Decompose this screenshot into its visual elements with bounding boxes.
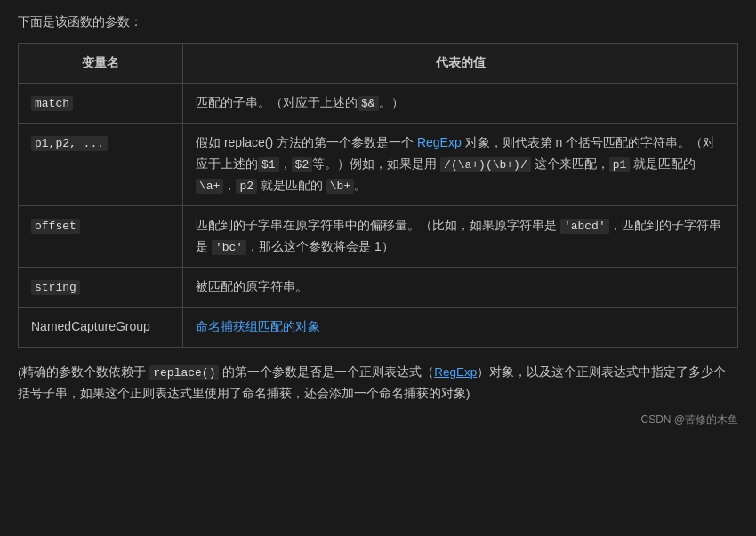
regex-example-code: /(\a+)(\b+)/ [440, 157, 531, 172]
table-row: match 匹配的子串。（对应于上述的$&。） [19, 83, 738, 123]
row-name-p1p2: p1,p2, ... [19, 123, 183, 205]
aplus-code: \a+ [196, 179, 223, 194]
match-code: match [31, 96, 73, 111]
dollar1-code: $1 [258, 157, 279, 172]
regexp-link-footer[interactable]: RegExp [434, 365, 477, 379]
row-value-offset: 匹配到的子字串在原字符串中的偏移量。（比如，如果原字符串是 'abcd'，匹配到… [183, 205, 738, 267]
row-value-namedcapturegroup: 命名捕获组匹配的对象 [183, 308, 738, 348]
table-header-row: 变量名 代表的值 [19, 44, 738, 84]
bc-code: 'bc' [212, 240, 246, 255]
replace-code-footer: replace() [149, 365, 219, 380]
bplus-code: \b+ [326, 179, 354, 194]
footer-note: (精确的参数个数依赖于 replace() 的第一个参数是否是一个正则表达式（R… [18, 362, 738, 405]
regexp-link-1[interactable]: RegExp [417, 135, 462, 149]
p1-code: p1 [609, 157, 631, 172]
named-capture-link[interactable]: 命名捕获组匹配的对象 [196, 319, 320, 333]
params-table: 变量名 代表的值 match 匹配的子串。（对应于上述的$&。） p1,p2, … [18, 43, 738, 348]
match-ref-code: $& [358, 96, 379, 111]
abcd-code: 'abcd' [560, 219, 609, 234]
row-name-offset: offset [19, 205, 183, 267]
intro-text: 下面是该函数的参数： [18, 14, 738, 30]
row-value-string: 被匹配的原字符串。 [183, 268, 738, 308]
col-header-name: 变量名 [19, 44, 183, 84]
string-code: string [31, 280, 80, 295]
table-row: p1,p2, ... 假如 replace() 方法的第一个参数是一个 RegE… [19, 123, 738, 205]
row-value-match: 匹配的子串。（对应于上述的$&。） [183, 83, 738, 123]
row-name-namedcapturegroup: NamedCaptureGroup [19, 308, 183, 348]
row-value-p1p2: 假如 replace() 方法的第一个参数是一个 RegExp 对象，则代表第 … [183, 123, 738, 205]
p1p2-code: p1,p2, ... [31, 136, 108, 151]
table-row: offset 匹配到的子字串在原字符串中的偏移量。（比如，如果原字符串是 'ab… [19, 205, 738, 267]
namedcapturegroup-label: NamedCaptureGroup [31, 319, 150, 333]
col-header-value: 代表的值 [183, 44, 738, 84]
row-name-match: match [19, 83, 183, 123]
row-name-string: string [19, 268, 183, 308]
watermark-text: CSDN @苦修的木鱼 [18, 412, 738, 428]
table-row: NamedCaptureGroup 命名捕获组匹配的对象 [19, 308, 738, 348]
p2-code: p2 [236, 179, 257, 194]
dollar2-code: $2 [292, 157, 313, 172]
offset-code: offset [31, 219, 80, 234]
table-row: string 被匹配的原字符串。 [19, 268, 738, 308]
